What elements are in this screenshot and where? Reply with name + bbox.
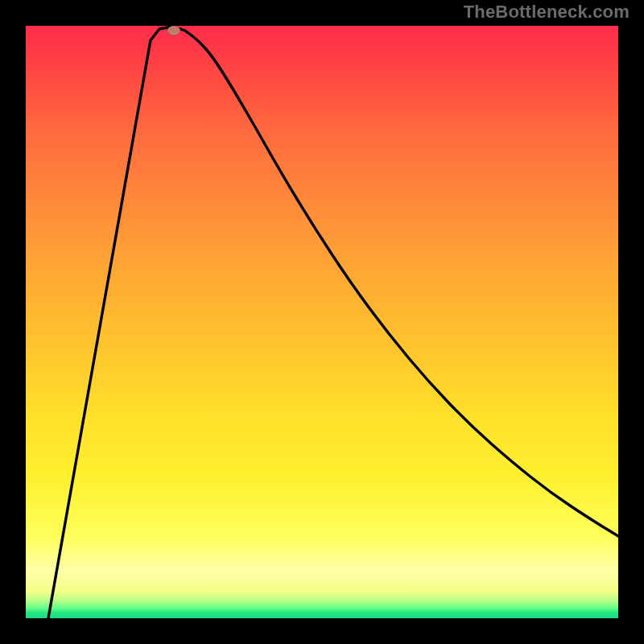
curve-svg [26, 26, 618, 618]
plot-area [26, 26, 618, 618]
bottleneck-curve-path [48, 27, 618, 618]
watermark-text: TheBottleneck.com [464, 2, 630, 23]
optimal-point-marker [167, 26, 180, 35]
chart-frame: TheBottleneck.com [0, 0, 644, 644]
